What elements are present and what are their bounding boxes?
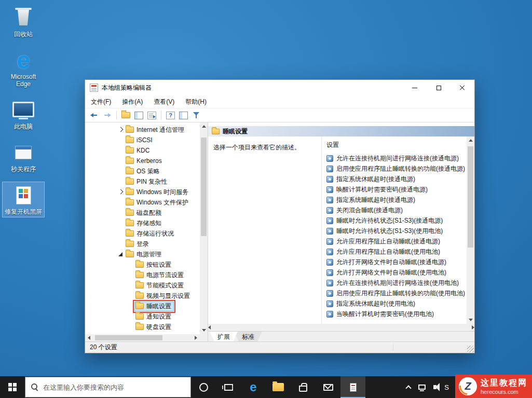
tree-item-body[interactable]: OS 策略 xyxy=(125,167,162,176)
show-action-pane-button[interactable] xyxy=(179,112,188,119)
tree-item-body[interactable]: KDC xyxy=(125,146,152,155)
taskbar-search[interactable] xyxy=(25,377,191,397)
scrollbar-track[interactable] xyxy=(93,334,192,341)
tree-item-body[interactable]: 磁盘配额 xyxy=(125,208,164,218)
tree-item-13[interactable]: 按钮设置 xyxy=(85,259,200,270)
tree-item-body[interactable]: 电源节流设置 xyxy=(134,270,186,280)
tree-item-7[interactable]: Windows 文件保护 xyxy=(85,197,200,208)
scrollbar-track[interactable] xyxy=(211,324,472,331)
scrollbar-track[interactable] xyxy=(200,130,208,326)
setting-item-10[interactable]: 允许打开网络文件时自动睡眠(接通电源) xyxy=(322,257,467,267)
tree-item-body[interactable]: 按钮设置 xyxy=(134,260,174,270)
minimize-button[interactable] xyxy=(403,80,427,95)
scroll-right-button[interactable] xyxy=(192,334,200,341)
resize-grip[interactable] xyxy=(467,346,474,352)
file-explorer-button[interactable] xyxy=(266,376,291,398)
setting-item-9[interactable]: 允许应用程序阻止自动睡眠(使用电池) xyxy=(322,246,467,257)
gpedit-taskbar-button[interactable] xyxy=(340,376,365,398)
menu-action[interactable]: 操作(A) xyxy=(122,98,143,106)
network-icon[interactable] xyxy=(418,385,426,390)
scrollbar-thumb[interactable] xyxy=(201,138,207,236)
tree-item-body[interactable]: 电源管理 xyxy=(125,250,164,259)
setting-item-5[interactable]: 关闭混合睡眠(接通电源) xyxy=(322,205,467,215)
forward-button[interactable] xyxy=(103,111,112,119)
setting-item-3[interactable]: 唤醒计算机时需要密码(接通电源) xyxy=(322,184,467,195)
menu-help[interactable]: 帮助(H) xyxy=(185,98,207,106)
scroll-right-button[interactable] xyxy=(472,324,474,331)
tree-item-10[interactable]: 存储运行状况 xyxy=(85,228,200,239)
tree-item-body[interactable]: 睡眠设置 xyxy=(134,301,174,311)
setting-item-1[interactable]: 启用使应用程序阻止睡眠转换的功能(接通电源) xyxy=(322,163,467,174)
cortana-button[interactable] xyxy=(191,376,216,398)
setting-item-4[interactable]: 指定系统睡眠超时(接通电源) xyxy=(322,195,467,205)
settings-vertical-scrollbar[interactable] xyxy=(467,136,474,324)
tree-item-6[interactable]: Windows 时间服务 xyxy=(85,187,200,197)
filter-button[interactable] xyxy=(192,112,201,119)
setting-item-13[interactable]: 启用使应用程序阻止睡眠转换的功能(使用电池) xyxy=(322,288,467,298)
chevron-right-icon[interactable] xyxy=(116,188,125,196)
hidden-icons-chevron[interactable] xyxy=(406,385,412,391)
tree-item-body[interactable]: iSCSI xyxy=(125,136,155,144)
close-button[interactable] xyxy=(451,80,474,95)
tree-item-5[interactable]: PIN 复杂性 xyxy=(85,176,200,187)
tree-item-body[interactable]: Windows 时间服务 xyxy=(125,187,191,197)
tree-item-body[interactable]: 通知设置 xyxy=(134,312,174,322)
tab-extended[interactable]: 扩展 xyxy=(210,332,238,341)
setting-item-14[interactable]: 指定系统休眠超时(使用电池) xyxy=(322,298,467,309)
tree-item-body[interactable]: 存储运行状况 xyxy=(125,229,176,239)
tree-item-body[interactable]: PIN 复杂性 xyxy=(125,177,170,187)
store-button[interactable] xyxy=(291,376,316,398)
tree-horizontal-scrollbar[interactable] xyxy=(85,334,200,341)
tree-item-body[interactable]: Kerberos xyxy=(125,157,165,165)
scroll-up-button[interactable] xyxy=(467,136,474,144)
tree-item-body[interactable]: 硬盘设置 xyxy=(134,322,174,332)
tree-item-8[interactable]: 磁盘配额 xyxy=(85,208,200,218)
tree-item-17[interactable]: 睡眠设置 xyxy=(85,301,200,311)
show-console-tree-button[interactable] xyxy=(134,112,143,119)
setting-item-2[interactable]: 指定系统休眠超时(接通电源) xyxy=(322,174,467,184)
setting-item-6[interactable]: 睡眠时允许待机状态(S1-S3)(接通电源) xyxy=(322,215,467,226)
back-button[interactable] xyxy=(90,111,99,119)
scroll-left-button[interactable] xyxy=(85,334,93,341)
tree-item-body[interactable]: Internet 通信管理 xyxy=(125,125,187,135)
tree-item-2[interactable]: KDC xyxy=(85,145,200,156)
tree-item-0[interactable]: Internet 通信管理 xyxy=(85,125,200,135)
scroll-up-button[interactable] xyxy=(200,122,208,130)
setting-item-7[interactable]: 睡眠时允许待机状态(S1-S3)(使用电池) xyxy=(322,226,467,236)
settings-horizontal-scrollbar[interactable] xyxy=(208,324,474,331)
scrollbar-track[interactable] xyxy=(467,144,474,316)
tree-item-16[interactable]: 视频与显示设置 xyxy=(85,291,200,301)
tab-standard[interactable]: 标准 xyxy=(234,332,262,341)
ime-indicator[interactable]: S xyxy=(444,383,449,391)
tree-item-9[interactable]: 存储感知 xyxy=(85,218,200,228)
tree-item-body[interactable]: 登录 xyxy=(125,239,152,249)
chevron-right-icon[interactable] xyxy=(116,126,125,134)
settings-column-header[interactable]: 设置 xyxy=(322,136,467,153)
desktop-icon-this-pc[interactable]: 此电脑 xyxy=(2,97,45,132)
setting-item-15[interactable]: 当唤醒计算机时需要密码(使用电池) xyxy=(322,309,467,319)
menu-file[interactable]: 文件(F) xyxy=(91,98,111,106)
start-button[interactable] xyxy=(0,376,25,398)
menu-view[interactable]: 查看(V) xyxy=(154,98,174,106)
up-one-level-button[interactable] xyxy=(121,112,130,118)
tree-item-15[interactable]: 节能模式设置 xyxy=(85,280,200,291)
scroll-down-button[interactable] xyxy=(467,316,474,324)
tree-item-3[interactable]: Kerberos xyxy=(85,156,200,166)
help-button[interactable] xyxy=(166,112,175,119)
tree-item-body[interactable]: 节能模式设置 xyxy=(134,281,186,291)
tree-item-body[interactable]: Windows 文件保护 xyxy=(125,198,191,208)
setting-item-8[interactable]: 允许应用程序阻止自动睡眠(接通电源) xyxy=(322,236,467,246)
setting-item-11[interactable]: 允许打开网络文件时自动睡眠(使用电池) xyxy=(322,267,467,278)
scroll-down-button[interactable] xyxy=(200,326,208,334)
desktop-icon-edge[interactable]: Microsoft Edge xyxy=(2,47,45,90)
tree-item-14[interactable]: 电源节流设置 xyxy=(85,270,200,280)
tree-vertical-scrollbar[interactable] xyxy=(200,122,208,334)
tree-item-body[interactable]: 视频与显示设置 xyxy=(134,291,193,301)
tree-item-19[interactable]: 硬盘设置 xyxy=(85,322,200,332)
setting-item-0[interactable]: 允许在连接待机期间进行网络连接(接通电源) xyxy=(322,153,467,163)
desktop-icon-app-window[interactable]: 秒关程序 xyxy=(2,139,45,175)
chevron-down-icon[interactable] xyxy=(116,250,125,258)
desktop-icon-recycle-bin[interactable]: 回收站 xyxy=(2,4,45,40)
volume-icon[interactable] xyxy=(433,385,436,389)
setting-item-12[interactable]: 允许在连接待机期间进行网络连接(使用电池) xyxy=(322,278,467,288)
